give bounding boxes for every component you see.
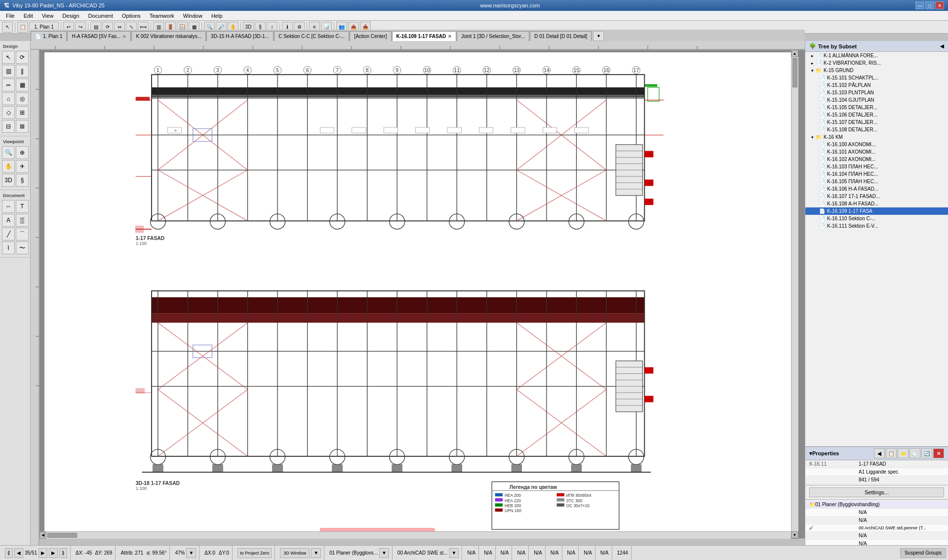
planer-dropdown[interactable]: ▼ [379, 548, 389, 558]
tree-item-k15103[interactable]: 📄 K-15.103 PLNTPLAN [805, 89, 948, 96]
status-seg-planer[interactable]: 01 Planer (Bygglovs... ▼ [326, 546, 393, 560]
maximize-button[interactable]: □ [925, 1, 934, 9]
props-tb-star[interactable]: ⭐ [898, 448, 908, 458]
tool-section2[interactable]: § [16, 174, 29, 187]
tree-item-k15104[interactable]: 📄 K-15.104 GJUTPLAN [805, 96, 948, 104]
tab-action[interactable]: [Action Center] [350, 31, 391, 41]
drawing-area[interactable]: 1 2 3 4 5 6 7 8 9 10 11 [44, 52, 793, 536]
tb-arrow[interactable]: ↖ [2, 22, 13, 33]
menu-file[interactable]: File [2, 12, 19, 20]
3d-window-button[interactable]: 3D Window [280, 548, 310, 558]
scroll-h-track[interactable] [46, 532, 791, 539]
tree-item-k15102[interactable]: 📄 K-15.102 PÅLPLAN [805, 81, 948, 89]
tree-item-k16103[interactable]: 📄 K-16.103 ПЛАН НЕС... [805, 163, 948, 170]
menu-design[interactable]: Design [58, 12, 83, 20]
tool-arc[interactable]: ⌒ [16, 228, 29, 240]
tree-item-k16106[interactable]: 📄 K-16.106 H-A FASAD... [805, 185, 948, 193]
tab-fasad[interactable]: H-A FASAD [SV Fas... ✕ [67, 31, 131, 41]
tool-rotate3d[interactable]: ⟳ [16, 51, 29, 64]
tool-stair[interactable]: ⊟ [2, 120, 15, 133]
settings-button[interactable]: Settings... [809, 487, 944, 497]
tab-fasad-close[interactable]: ✕ [122, 34, 126, 39]
nav-next-button[interactable]: ▶ [49, 548, 58, 558]
main-canvas[interactable]: 1 2 3 4 5 6 7 8 9 10 11 [40, 50, 805, 538]
tool-slab2[interactable]: ▦ [16, 79, 29, 91]
tree-item-k16101[interactable]: 📄 K-16.101 AXONOMI... [805, 148, 948, 156]
tree-item-k16105[interactable]: 📄 K-16.105 ПЛАН НЕС... [805, 178, 948, 185]
suspend-groups-button[interactable]: Suspend Groups [900, 548, 946, 558]
to-project-zero-button[interactable]: to Project Zero [237, 548, 272, 558]
scrollbar-horizontal[interactable]: ◀ ▶ [40, 531, 798, 538]
tab-vibration[interactable]: K 002 Vibrationer riskanalys... [131, 31, 206, 41]
tool-pan2[interactable]: ✋ [2, 160, 15, 173]
props-tb-clock[interactable]: 🕐 [909, 448, 920, 458]
tree-item-k16109[interactable]: 📄 K-16.109 1-17 FASA [805, 207, 948, 215]
menu-window[interactable]: Window [179, 12, 206, 20]
status-3d-window[interactable]: 3D Window ▼ [277, 546, 324, 560]
tab-more-button[interactable]: ▼ [593, 31, 604, 41]
tab-d01[interactable]: D 01 Detail [D 01 Detail] [530, 31, 592, 41]
tree-item-k16108[interactable]: 📄 K-16.108 А-Н FASAD... [805, 200, 948, 207]
tool-morph[interactable]: ◇ [2, 106, 15, 119]
tool-spline[interactable]: 〜 [16, 241, 29, 254]
archicad-dropdown[interactable]: ▼ [449, 548, 459, 558]
tool-label[interactable]: A [2, 214, 15, 227]
nav-prev-button[interactable]: ◀ [14, 548, 23, 558]
zoom-dropdown-button[interactable]: ▼ [186, 548, 196, 558]
nav-back-button[interactable]: ⟪ [5, 548, 13, 558]
menu-options[interactable]: Options [118, 12, 145, 20]
tree-item-k2[interactable]: 📄 K-2 VIBRATIONER, RIS... [805, 59, 948, 67]
close-button[interactable]: ✕ [935, 1, 944, 9]
tool-polyline[interactable]: ⌇ [2, 241, 15, 254]
tool-beam[interactable]: ═ [2, 79, 15, 91]
nav-last-button[interactable]: ⟫ [59, 548, 67, 558]
tool-select[interactable]: ↖ [2, 51, 15, 64]
scroll-h-thumb[interactable] [47, 533, 77, 538]
tool-zoom[interactable]: 🔍 [2, 146, 15, 159]
tree-item-k15[interactable]: 📁 K-15 GRUND [805, 67, 948, 74]
tb-plan-icon[interactable]: 📋 [17, 22, 28, 33]
panel-collapse-btn[interactable]: ◀ [940, 43, 944, 49]
tree-item-k16100[interactable]: 📄 K-16.100 AXONOMI... [805, 141, 948, 148]
tree-item-k15108[interactable]: 📄 K-15.108 DETALJER... [805, 126, 948, 133]
tab-k16109-close[interactable]: ✕ [448, 34, 452, 39]
tree-item-k15106[interactable]: 📄 K-15.106 DETALJER... [805, 111, 948, 119]
tool-shell[interactable]: ◎ [16, 92, 29, 105]
minimize-button[interactable]: — [915, 1, 924, 9]
tool-mesh[interactable]: ⊞ [16, 106, 29, 119]
tab-k16109[interactable]: K-16.109 1-17 FASAD ✕ [392, 31, 457, 41]
tree-item-k15105[interactable]: 📄 K-15.105 DETALJER... [805, 104, 948, 111]
tool-dimension[interactable]: ↔ [2, 200, 15, 213]
tree-item-k16107[interactable]: 📄 K-16.107 17-1 FASAD... [805, 193, 948, 200]
status-zoom[interactable]: 47% ▼ [172, 546, 199, 560]
tab-plan1[interactable]: 📄 1. Plan 1 [31, 31, 67, 41]
tool-wall2[interactable]: ▥ [2, 65, 15, 78]
tool-column[interactable]: ‖ [16, 65, 29, 78]
tab-sektion[interactable]: C Sektion C-C [C Sektion C-... [274, 31, 349, 41]
tool-flythrough[interactable]: ✈ [16, 160, 29, 173]
tree-item-k16[interactable]: 📁 K-16 KM [805, 133, 948, 141]
menu-view[interactable]: View [38, 12, 58, 20]
tool-roof[interactable]: ⌂ [2, 92, 15, 105]
scroll-v-thumb[interactable] [792, 58, 797, 87]
status-seg-archicad[interactable]: 00 ArchiCAD SWE st... ▼ [395, 546, 463, 560]
menu-help[interactable]: Help [207, 12, 227, 20]
tab-3d15[interactable]: 3D-15 H-A FASAD [3D-1... [206, 31, 274, 41]
menu-document[interactable]: Document [84, 12, 117, 20]
tool-text[interactable]: T [16, 200, 29, 213]
props-tb-prev[interactable]: ◀ [874, 448, 885, 458]
scroll-v-track[interactable] [791, 57, 798, 531]
tool-railing[interactable]: ⊠ [16, 120, 29, 133]
tree-item-k15107[interactable]: 📄 K-15.107 DETALJER... [805, 119, 948, 126]
tool-3dview[interactable]: 3D [2, 174, 15, 187]
scroll-down-button[interactable]: ▼ [791, 531, 798, 538]
tree-item-k1[interactable]: 📄 K-1 ALLMÄNNA FORE... [805, 52, 948, 59]
tree-item-k16111[interactable]: 📄 K-16.111 Sektion E-V... [805, 222, 948, 230]
props-tb-layout[interactable]: 📋 [886, 448, 897, 458]
props-tb-close[interactable]: ✕ [933, 448, 944, 458]
scroll-left-button[interactable]: ◀ [40, 532, 46, 539]
3d-window-dropdown[interactable]: ▼ [311, 548, 321, 558]
tree-item-k16110[interactable]: 📄 K-16.110 Sektion C-... [805, 215, 948, 222]
tool-line[interactable]: ╱ [2, 228, 15, 240]
tree-item-k15101[interactable]: 📄 K-15.101 SCHAKTPL... [805, 74, 948, 81]
